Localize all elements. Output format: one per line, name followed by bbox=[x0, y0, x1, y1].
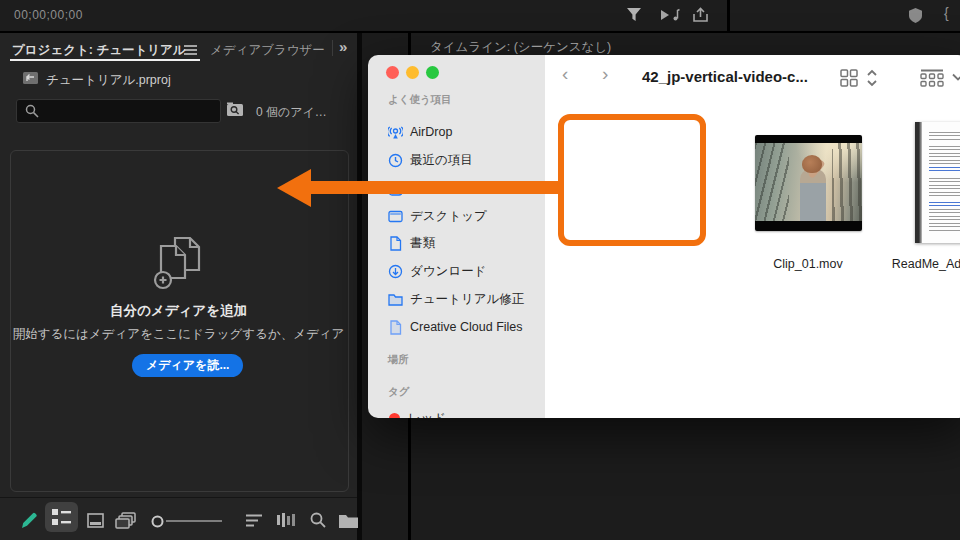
empty-state-subtitle: 開始するにはメディアをここにドラッグするか、メディア bbox=[2, 326, 355, 343]
highlight-box bbox=[558, 114, 706, 246]
empty-state-title: 自分のメディアを追加 bbox=[0, 302, 357, 320]
red-tag-icon bbox=[388, 412, 401, 419]
icon-view-picker-icon[interactable] bbox=[840, 69, 858, 87]
back-button[interactable]: ‹ bbox=[562, 63, 568, 85]
filter-icon[interactable] bbox=[626, 7, 646, 24]
sidebar-section-favorites: よく使う項目 bbox=[388, 93, 452, 107]
tab-timeline[interactable]: タイムライン: (シーケンスなし) bbox=[430, 39, 611, 56]
finder-sidebar: よく使う項目 AirDrop 最近の項目 A アプリケーション デスクトップ 書… bbox=[368, 55, 546, 418]
toolbar-separator bbox=[0, 497, 357, 498]
panel-menu-icon[interactable] bbox=[184, 45, 197, 56]
top-bar-divider bbox=[727, 0, 730, 31]
sidebar-item-tutorial-folder[interactable]: チュートリアル修正 bbox=[380, 288, 548, 310]
sidebar-item-airdrop[interactable]: AirDrop bbox=[380, 121, 548, 143]
sidebar-item-tag-red[interactable]: レッド bbox=[380, 407, 548, 418]
writable-pencil-icon[interactable] bbox=[14, 505, 44, 535]
tab-divider bbox=[332, 40, 333, 56]
sort-icon[interactable] bbox=[239, 505, 269, 535]
quick-export-icon[interactable] bbox=[692, 7, 712, 24]
desktop-icon bbox=[388, 209, 403, 224]
chevron-down-icon[interactable] bbox=[952, 73, 960, 81]
import-media-button[interactable]: メディアを読... bbox=[132, 354, 243, 377]
automate-to-sequence-icon[interactable] bbox=[271, 505, 301, 535]
item-count: 0 個のアイ… bbox=[256, 104, 327, 121]
group-by-icon[interactable] bbox=[920, 69, 944, 87]
audio-preview-icon[interactable] bbox=[660, 7, 680, 24]
sidebar-section-locations: 場所 bbox=[388, 353, 409, 367]
sidebar-item-creative-cloud-files[interactable]: Creative Cloud Files bbox=[380, 316, 548, 338]
zoom-slider-track[interactable] bbox=[166, 520, 222, 522]
window-title: 42_jp-vertical-video-c... bbox=[642, 68, 808, 85]
cloud-document-icon bbox=[388, 320, 403, 335]
forward-button[interactable]: › bbox=[602, 63, 608, 85]
panel-edge-icon[interactable]: { bbox=[944, 5, 949, 21]
timecode: 00;00;00;00 bbox=[14, 8, 83, 22]
project-panel: プロジェクト: チュートリアル メディアブラウザー » チュートリアル.prpr… bbox=[0, 33, 357, 540]
active-tab-underline bbox=[10, 59, 200, 61]
file-clip01-label[interactable]: Clip_01.mov bbox=[748, 257, 868, 271]
download-icon bbox=[388, 264, 403, 279]
premiere-top-bar: 00;00;00;00 { bbox=[0, 0, 960, 31]
tab-project[interactable]: プロジェクト: チュートリアル bbox=[12, 42, 186, 59]
add-media-icon bbox=[152, 236, 208, 290]
shield-icon[interactable] bbox=[908, 8, 928, 25]
freeform-view-button[interactable] bbox=[112, 505, 142, 535]
sidebar-item-desktop[interactable]: デスクトップ bbox=[380, 205, 548, 227]
find-icon[interactable] bbox=[303, 505, 333, 535]
new-bin-icon[interactable] bbox=[333, 505, 363, 535]
view-stepper-chevrons-icon[interactable] bbox=[866, 68, 878, 88]
sidebar-section-tags: タグ bbox=[388, 385, 410, 399]
folder-icon bbox=[388, 292, 403, 307]
sidebar-item-recents[interactable]: 最近の項目 bbox=[380, 149, 548, 171]
tab-overflow-chevrons[interactable]: » bbox=[339, 38, 347, 55]
drag-arrow-head bbox=[277, 169, 311, 207]
sidebar-item-documents[interactable]: 書類 bbox=[380, 232, 548, 254]
file-clip01-thumbnail[interactable] bbox=[755, 135, 862, 231]
clock-icon bbox=[388, 153, 403, 168]
zoom-traffic-light[interactable] bbox=[426, 66, 439, 79]
airdrop-icon bbox=[388, 125, 403, 140]
bin-up-icon[interactable] bbox=[22, 71, 39, 85]
document-icon bbox=[388, 236, 403, 251]
file-readme-pdf-icon[interactable] bbox=[915, 122, 960, 243]
close-traffic-light[interactable] bbox=[386, 66, 399, 79]
drag-arrow-shaft bbox=[303, 181, 563, 194]
search-input[interactable] bbox=[16, 99, 221, 123]
list-view-button[interactable] bbox=[45, 502, 78, 532]
file-readme-pdf-label[interactable]: ReadMe_AdobeStock.pdf bbox=[883, 257, 960, 271]
search-icon bbox=[25, 104, 39, 118]
icon-view-button[interactable] bbox=[80, 505, 110, 535]
tab-media-browser[interactable]: メディアブラウザー bbox=[210, 42, 325, 59]
minimize-traffic-light[interactable] bbox=[406, 66, 419, 79]
zoom-slider-knob[interactable] bbox=[151, 515, 164, 528]
bin-path-label[interactable]: チュートリアル.prproj bbox=[46, 72, 171, 89]
sidebar-item-downloads[interactable]: ダウンロード bbox=[380, 260, 548, 282]
screen: 00;00;00;00 { プロジェクト: チュートリアル メディアブラウザー … bbox=[0, 0, 960, 540]
search-bin-icon[interactable] bbox=[226, 101, 244, 117]
